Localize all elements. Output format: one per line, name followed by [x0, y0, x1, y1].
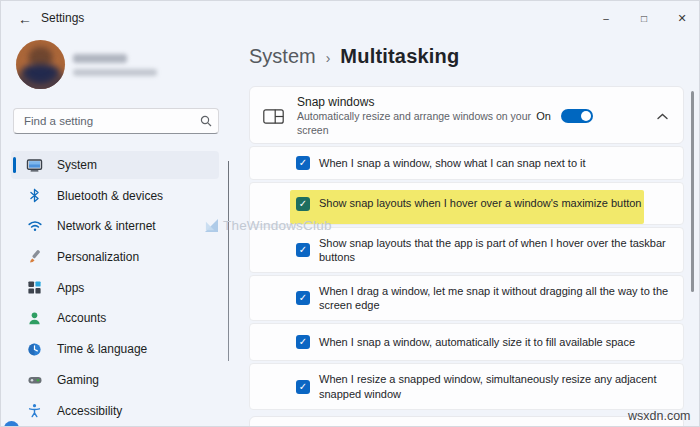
back-icon[interactable]: ← — [15, 9, 35, 29]
sidebar-item-label: Network & internet — [57, 219, 156, 233]
breadcrumb: System › Multitasking — [249, 45, 459, 68]
sidebar-nav: System Bluetooth & devices Network & int… — [1, 151, 231, 425]
search-box — [13, 108, 219, 134]
toggle-state-label: On — [536, 110, 551, 122]
option-row-snap-layouts-maximize: ✓ Show snap layouts when I hover over a … — [249, 182, 684, 225]
sidebar-item-accessibility[interactable]: Accessibility — [11, 397, 219, 425]
system-monitor-icon — [26, 157, 43, 174]
gamepad-icon — [26, 371, 43, 388]
page-title: Multitasking — [340, 45, 459, 68]
checkbox-checked[interactable]: ✓ — [296, 156, 310, 170]
sidebar-item-label: System — [57, 158, 97, 172]
vertical-line-artifact — [228, 161, 229, 361]
avatar-blur-bg — [16, 40, 65, 89]
option-row-snap-assist: ✓ When I snap a window, show what I can … — [249, 146, 684, 180]
sidebar-item-gaming[interactable]: Gaming — [11, 366, 219, 394]
person-icon — [26, 310, 43, 327]
scrollbar-thumb[interactable] — [691, 91, 694, 292]
sidebar-item-label: Gaming — [57, 373, 99, 387]
snap-windows-toggle[interactable] — [561, 109, 593, 123]
search-icon — [194, 115, 218, 127]
close-icon[interactable]: ✕ — [663, 1, 700, 35]
sidebar-item-label: Accessibility — [57, 404, 122, 418]
option-label: When I drag a window, let me snap it wit… — [319, 284, 681, 312]
clock-icon — [26, 341, 43, 358]
snap-windows-card: Snap windows Automatically resize and ar… — [249, 86, 684, 144]
option-label: When I resize a snapped window, simultan… — [319, 372, 681, 400]
sidebar-item-bluetooth-devices[interactable]: Bluetooth & devices — [11, 182, 219, 210]
option-label: When I snap a window, show what I can sn… — [319, 156, 586, 170]
sidebar-item-label: Apps — [57, 281, 84, 295]
sidebar: System Bluetooth & devices Network & int… — [1, 35, 231, 427]
snap-options-list: ✓ When I snap a window, show what I can … — [249, 146, 684, 410]
avatar[interactable] — [16, 40, 65, 89]
window-title: Settings — [41, 11, 84, 25]
sidebar-item-time-language[interactable]: Time & language — [11, 335, 219, 363]
option-label: Show snap layouts that the app is part o… — [319, 236, 681, 264]
snap-layout-icon — [263, 109, 284, 128]
sidebar-item-network-internet[interactable]: Network & internet — [11, 212, 219, 240]
maximize-icon[interactable]: □ — [625, 1, 663, 35]
sidebar-item-apps[interactable]: Apps — [11, 274, 219, 302]
snap-windows-title: Snap windows — [297, 95, 374, 109]
option-label: Show snap layouts when I hover over a wi… — [319, 196, 642, 210]
chevron-up-icon[interactable] — [653, 107, 671, 125]
sidebar-item-personalization[interactable]: Personalization — [11, 243, 219, 271]
user-name-redacted — [73, 54, 127, 63]
breadcrumb-chevron-icon: › — [326, 50, 331, 66]
sidebar-item-label: Bluetooth & devices — [57, 189, 163, 203]
sidebar-item-label: Accounts — [57, 311, 106, 325]
sidebar-item-accounts[interactable]: Accounts — [11, 304, 219, 332]
search-input[interactable] — [14, 115, 194, 127]
checkbox-checked[interactable]: ✓ — [296, 243, 310, 257]
title-bar: ← Settings – □ ✕ — [1, 1, 700, 35]
wifi-icon — [26, 218, 43, 235]
checkbox-checked[interactable]: ✓ — [296, 335, 310, 349]
accessibility-icon — [26, 402, 43, 419]
paintbrush-icon — [26, 249, 43, 266]
option-row-snap-layouts-taskbar: ✓ Show snap layouts that the app is part… — [249, 227, 684, 273]
option-row-snap-fill: ✓ When I snap a window, automatically si… — [249, 323, 684, 361]
sidebar-item-label: Time & language — [57, 342, 147, 356]
watermark-wsxdn: wsxdn.com — [628, 409, 691, 423]
bluetooth-icon — [26, 187, 43, 204]
snap-windows-description: Automatically resize and arrange windows… — [297, 110, 537, 137]
toggle-knob — [581, 111, 591, 121]
next-settings-card-partial — [249, 416, 684, 427]
breadcrumb-parent[interactable]: System — [249, 45, 316, 68]
checkbox-checked[interactable]: ✓ — [296, 291, 310, 305]
minimize-icon[interactable]: – — [587, 1, 625, 35]
settings-window: { "window": { "title": "Settings" }, "ic… — [0, 0, 700, 427]
user-email-redacted — [73, 69, 157, 76]
checkbox-checked[interactable]: ✓ — [296, 380, 310, 394]
option-row-snap-drag: ✓ When I drag a window, let me snap it w… — [249, 275, 684, 321]
sidebar-item-system[interactable]: System — [11, 151, 219, 179]
apps-grid-icon — [26, 279, 43, 296]
sidebar-item-label: Personalization — [57, 250, 139, 264]
window-controls: – □ ✕ — [587, 1, 700, 35]
option-row-snap-resize-adjacent: ✓ When I resize a snapped window, simult… — [249, 363, 684, 410]
option-label: When I snap a window, automatically size… — [319, 335, 635, 349]
checkbox-checked[interactable]: ✓ — [296, 197, 310, 211]
selected-indicator — [13, 157, 16, 173]
